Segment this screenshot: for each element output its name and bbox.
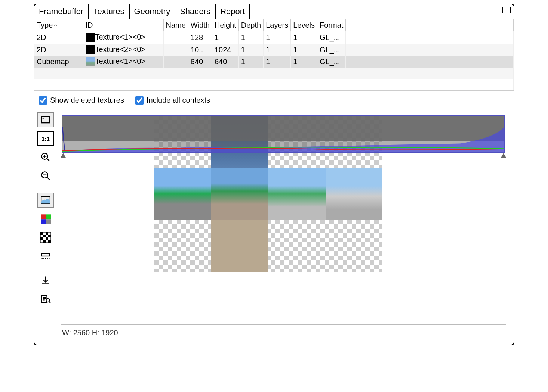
- histogram-icon: [40, 195, 51, 205]
- col-type[interactable]: Type: [34, 19, 83, 31]
- empty-cell: [34, 79, 514, 90]
- col-levels[interactable]: Levels: [291, 19, 317, 31]
- cell-height: 640: [212, 56, 238, 68]
- tab-bar: Framebuffer Textures Geometry Shaders Re…: [34, 4, 514, 19]
- col-name[interactable]: Name: [163, 19, 188, 31]
- col-height[interactable]: Height: [212, 19, 238, 31]
- cell-layers: 1: [264, 44, 291, 56]
- cell-width: 10...: [188, 44, 212, 56]
- inspect-icon: [40, 294, 51, 304]
- histogram-svg: [62, 116, 504, 152]
- svg-rect-12: [48, 235, 51, 237]
- cubemap-face-right: [268, 168, 326, 220]
- col-depth[interactable]: Depth: [238, 19, 263, 31]
- viewer-toolbar: 1:1: [34, 110, 57, 345]
- col-format[interactable]: Format: [317, 19, 346, 31]
- tab-textures[interactable]: Textures: [89, 4, 129, 19]
- cell-layers: 1: [264, 56, 291, 68]
- download-icon: [40, 275, 51, 286]
- col-layers[interactable]: Layers: [264, 19, 291, 31]
- cubemap-face-left: [154, 168, 211, 220]
- zoom-out-button[interactable]: [37, 168, 54, 183]
- svg-rect-13: [40, 237, 43, 240]
- cell-format: GL_...: [317, 44, 346, 56]
- cell-spacer: [346, 31, 514, 44]
- tab-report[interactable]: Report: [216, 4, 250, 19]
- histogram-max-handle[interactable]: [501, 153, 506, 158]
- histogram-overlay[interactable]: [62, 115, 505, 153]
- cell-type: Cubemap: [34, 56, 83, 68]
- cell-height: 1024: [212, 44, 238, 56]
- separator: [37, 188, 54, 188]
- tab-shaders[interactable]: Shaders: [175, 4, 216, 19]
- flip-button[interactable]: [37, 249, 54, 264]
- actual-size-button[interactable]: 1:1: [37, 131, 54, 146]
- texture-thumb-icon: [86, 33, 95, 42]
- svg-rect-7: [46, 219, 51, 224]
- channels-button[interactable]: [37, 211, 54, 226]
- table-row[interactable]: 2DTexture<1><0>1281111GL_...: [34, 31, 514, 44]
- cell-format: GL_...: [317, 56, 346, 68]
- tab-geometry[interactable]: Geometry: [130, 4, 176, 19]
- include-all-checkbox[interactable]: Include all contexts: [135, 96, 210, 105]
- svg-rect-15: [43, 240, 46, 243]
- cell-id: Texture<2><0>: [83, 44, 163, 56]
- canvas-area: W: 2560 H: 1920: [57, 110, 514, 345]
- show-deleted-checkbox[interactable]: Show deleted textures: [39, 96, 124, 105]
- checker-button[interactable]: [37, 230, 54, 245]
- cubemap-face-back: [326, 168, 382, 220]
- include-all-label: Include all contexts: [147, 96, 210, 105]
- texture-canvas[interactable]: [61, 114, 506, 325]
- histogram-min-handle[interactable]: [61, 153, 66, 158]
- texture-viewer-window: Framebuffer Textures Geometry Shaders Re…: [34, 4, 514, 345]
- cell-levels: 1: [291, 44, 317, 56]
- zoom-in-button[interactable]: [37, 150, 54, 165]
- cell-name: [163, 44, 188, 56]
- cell-height: 1: [212, 31, 238, 44]
- tab-framebuffer[interactable]: Framebuffer: [34, 4, 89, 19]
- cell-format: GL_...: [317, 31, 346, 44]
- table-header-row: Type ID Name Width Height Depth Layers L…: [34, 19, 514, 31]
- checkerboard-icon: [40, 232, 51, 243]
- show-deleted-input[interactable]: [39, 96, 47, 105]
- col-id[interactable]: ID: [83, 19, 163, 31]
- table-row[interactable]: [34, 79, 514, 90]
- svg-rect-9: [40, 232, 43, 235]
- inspect-button[interactable]: [37, 292, 54, 307]
- cell-depth: 1: [238, 44, 263, 56]
- cubemap-face-front: [211, 168, 268, 220]
- svg-rect-18: [42, 253, 50, 256]
- status-bar: W: 2560 H: 1920: [61, 325, 506, 341]
- cell-type: 2D: [34, 31, 83, 44]
- cubemap-bottom-ground: [211, 220, 268, 272]
- svg-rect-14: [46, 237, 48, 240]
- col-width[interactable]: Width: [188, 19, 212, 31]
- svg-rect-16: [48, 240, 51, 243]
- cell-id: Texture<1><0>: [83, 56, 163, 68]
- cubemap-bottom-strip: [154, 220, 382, 272]
- save-button[interactable]: [37, 273, 54, 288]
- cell-spacer: [346, 44, 514, 56]
- flip-icon: [40, 251, 51, 261]
- include-all-input[interactable]: [135, 96, 144, 105]
- svg-rect-11: [43, 235, 46, 237]
- cell-name: [163, 56, 188, 68]
- svg-rect-4: [41, 214, 46, 219]
- zoom-out-icon: [40, 171, 51, 181]
- col-spacer: [346, 19, 514, 31]
- histogram-button[interactable]: [37, 193, 54, 208]
- texture-viewer: 1:1: [34, 110, 514, 345]
- table-row[interactable]: 2DTexture<2><0>10...1024111GL_...: [34, 44, 514, 56]
- texture-table: Type ID Name Width Height Depth Layers L…: [34, 19, 514, 91]
- maximize-icon[interactable]: [502, 7, 511, 13]
- texture-thumb-icon: [86, 45, 95, 54]
- separator: [37, 268, 54, 268]
- table-row[interactable]: CubemapTexture<1><0>640640111GL_...: [34, 56, 514, 68]
- fit-button[interactable]: [37, 112, 54, 127]
- channels-icon: [40, 214, 51, 224]
- options-bar: Show deleted textures Include all contex…: [34, 91, 514, 110]
- table-row[interactable]: [34, 68, 514, 79]
- svg-rect-6: [41, 219, 46, 224]
- cell-layers: 1: [264, 31, 291, 44]
- cell-width: 128: [188, 31, 212, 44]
